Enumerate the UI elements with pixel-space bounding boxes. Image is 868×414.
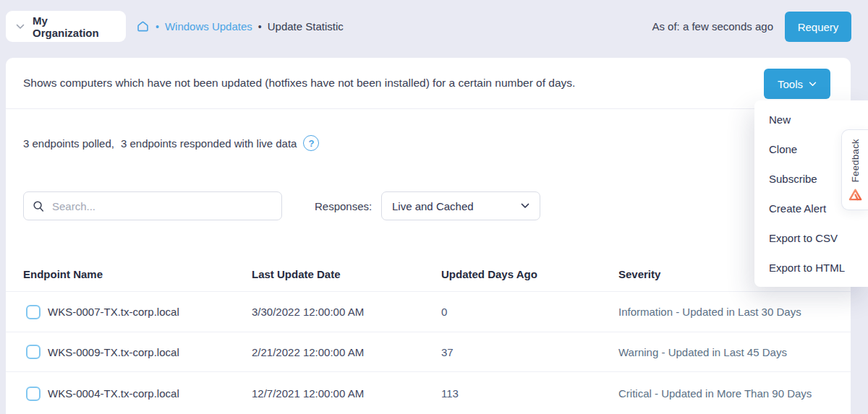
responses-label: Responses: — [315, 191, 372, 220]
breadcrumb-link-windows-updates[interactable]: Windows Updates — [165, 20, 252, 33]
table-body: WKS-0007-TX.tx-corp.local 3/30/2022 12:0… — [6, 292, 851, 414]
breadcrumb-separator: • — [156, 21, 159, 33]
endpoint-name-cell: WKS-0009-TX.tx-corp.local — [48, 332, 179, 371]
search-box — [23, 191, 282, 220]
feedback-tab[interactable]: Feedback — [841, 129, 868, 210]
severity-cell: Information - Updated in Last 30 Days — [618, 292, 801, 332]
responses-selected-value: Live and Cached — [392, 200, 474, 212]
severity-cell: Warning - Updated in Last 45 Days — [618, 332, 787, 371]
table-header-row: Endpoint Name Last Update Date Updated D… — [6, 256, 851, 292]
polled-count-text: 3 endpoints polled, — [23, 137, 114, 150]
table-row[interactable]: WKS-0007-TX.tx-corp.local 3/30/2022 12:0… — [6, 292, 851, 332]
breadcrumb: • Windows Updates • Update Statistic — [136, 0, 344, 53]
row-checkbox[interactable] — [26, 305, 41, 319]
row-checkbox[interactable] — [26, 387, 41, 401]
table-row[interactable]: WKS-0009-TX.tx-corp.local 2/21/2022 12:0… — [6, 332, 851, 371]
updated-days-ago-cell: 37 — [441, 332, 454, 371]
menu-item-export-to-html[interactable]: Export to HTML — [754, 253, 868, 283]
last-update-date-cell: 2/21/2022 12:00:00 AM — [252, 332, 364, 371]
menu-item-export-to-csv[interactable]: Export to CSV — [754, 223, 868, 253]
chevron-down-icon — [16, 24, 25, 30]
column-header-severity: Severity — [618, 256, 660, 292]
report-description: Shows computers which have not been upda… — [23, 58, 732, 108]
chevron-down-icon — [809, 82, 817, 87]
row-checkbox[interactable] — [26, 345, 41, 359]
column-header-last-update-date: Last Update Date — [252, 256, 341, 292]
requery-button[interactable]: Requery — [785, 12, 851, 42]
as-of-timestamp: As of: a few seconds ago — [652, 0, 773, 53]
tools-button-label: Tools — [778, 78, 803, 90]
section-divider — [6, 108, 851, 109]
column-header-updated-days-ago: Updated Days Ago — [441, 256, 537, 292]
action1-logo-icon — [848, 189, 862, 201]
responded-count-text: 3 endpoints responded with live data — [121, 137, 297, 150]
table-row[interactable]: WKS-0004-TX.tx-corp.local 12/7/2021 12:0… — [6, 371, 851, 414]
organization-label: My Organization — [33, 14, 116, 39]
row-checkbox-cell — [26, 332, 41, 371]
endpoint-name-cell: WKS-0007-TX.tx-corp.local — [48, 292, 179, 332]
feedback-label: Feedback — [850, 139, 861, 182]
search-input[interactable] — [52, 200, 273, 212]
last-update-date-cell: 3/30/2022 12:00:00 AM — [252, 292, 364, 332]
updated-days-ago-cell: 113 — [441, 372, 459, 414]
tools-button[interactable]: Tools — [764, 69, 830, 99]
home-icon[interactable] — [136, 20, 150, 33]
help-icon[interactable]: ? — [303, 135, 319, 151]
last-update-date-cell: 12/7/2021 12:00:00 AM — [252, 372, 364, 414]
breadcrumb-separator: • — [258, 21, 262, 33]
breadcrumb-current-page: Update Statistic — [268, 20, 344, 33]
poll-status: 3 endpoints polled, 3 endpoints responde… — [23, 129, 319, 158]
chevron-down-icon — [521, 203, 529, 209]
row-checkbox-cell — [26, 372, 41, 414]
top-bar: My Organization • Windows Updates • Upda… — [0, 0, 868, 53]
search-icon — [33, 200, 45, 212]
endpoint-name-cell: WKS-0004-TX.tx-corp.local — [48, 372, 179, 414]
organization-selector[interactable]: My Organization — [6, 11, 126, 42]
column-header-endpoint-name: Endpoint Name — [23, 256, 103, 292]
row-checkbox-cell — [26, 292, 41, 332]
responses-select[interactable]: Live and Cached — [381, 191, 540, 220]
updated-days-ago-cell: 0 — [441, 292, 447, 332]
report-panel: Shows computers which have not been upda… — [6, 58, 851, 414]
severity-cell: Critical - Updated in More Than 90 Days — [618, 372, 812, 414]
